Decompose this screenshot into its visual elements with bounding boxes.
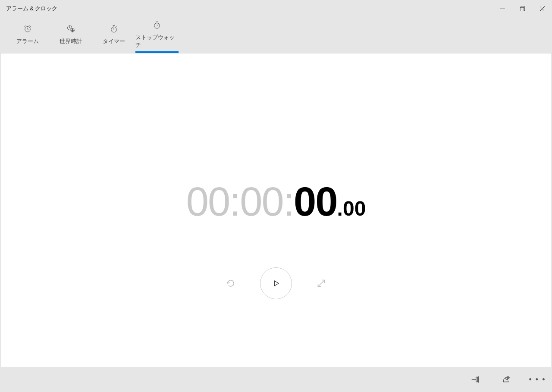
tab-stopwatch[interactable]: ストップウォッチ	[135, 17, 179, 53]
svg-line-8	[29, 26, 31, 27]
svg-line-17	[116, 26, 117, 27]
reset-button[interactable]	[222, 275, 239, 292]
svg-marker-22	[274, 281, 279, 286]
time-colon: :	[229, 179, 240, 225]
app-window: アラーム & クロック アラーム	[0, 0, 552, 392]
minimize-icon	[500, 6, 505, 11]
tab-label: 世界時計	[60, 38, 82, 45]
svg-line-11	[70, 28, 71, 28]
title-bar: アラーム & クロック	[0, 0, 552, 17]
tab-alarm[interactable]: アラーム	[6, 17, 49, 53]
expand-button[interactable]	[313, 275, 330, 292]
pin-button[interactable]	[465, 369, 486, 390]
svg-line-6	[28, 29, 29, 30]
tab-bar: アラーム 世界時計 タイマー ストップウォッチ	[0, 17, 552, 53]
svg-line-7	[25, 26, 26, 27]
tab-worldclock[interactable]: 世界時計	[49, 17, 92, 53]
stopwatch-time-display: 00 : 00 : 00 . 00	[1, 179, 551, 225]
share-icon	[502, 375, 511, 384]
close-icon	[540, 6, 545, 11]
minimize-button[interactable]	[492, 0, 512, 17]
stopwatch-controls	[1, 267, 551, 299]
window-controls	[492, 0, 552, 17]
expand-icon	[316, 278, 327, 289]
svg-line-23	[318, 280, 324, 286]
time-dot: .	[337, 197, 343, 220]
play-icon	[272, 279, 280, 287]
tab-label: アラーム	[16, 38, 39, 45]
stopwatch-canvas: 00 : 00 : 00 . 00	[1, 53, 551, 367]
maximize-icon	[520, 6, 525, 11]
more-button[interactable]: • • •	[527, 369, 548, 390]
svg-rect-1	[520, 7, 524, 11]
worldclock-icon	[66, 25, 75, 33]
time-colon: :	[283, 179, 294, 225]
pin-icon	[470, 375, 480, 384]
stopwatch-hundredths: 00	[343, 197, 366, 220]
tab-label: タイマー	[103, 38, 125, 45]
stopwatch-seconds: 00	[294, 179, 337, 225]
command-bar: • • •	[0, 367, 552, 392]
start-button[interactable]	[260, 267, 292, 299]
stopwatch-minutes: 00	[240, 179, 283, 225]
maximize-button[interactable]	[512, 0, 532, 17]
more-icon: • • •	[529, 375, 546, 384]
timer-icon	[110, 25, 118, 33]
share-button[interactable]	[496, 369, 517, 390]
reset-icon	[225, 278, 236, 289]
alarm-icon	[23, 25, 32, 33]
tab-label: ストップウォッチ	[135, 34, 179, 49]
tab-timer[interactable]: タイマー	[92, 17, 135, 53]
close-button[interactable]	[532, 0, 552, 17]
stopwatch-hours: 00	[186, 179, 230, 225]
stopwatch-icon	[153, 21, 161, 29]
svg-line-19	[157, 25, 158, 26]
window-title: アラーム & クロック	[6, 5, 57, 13]
